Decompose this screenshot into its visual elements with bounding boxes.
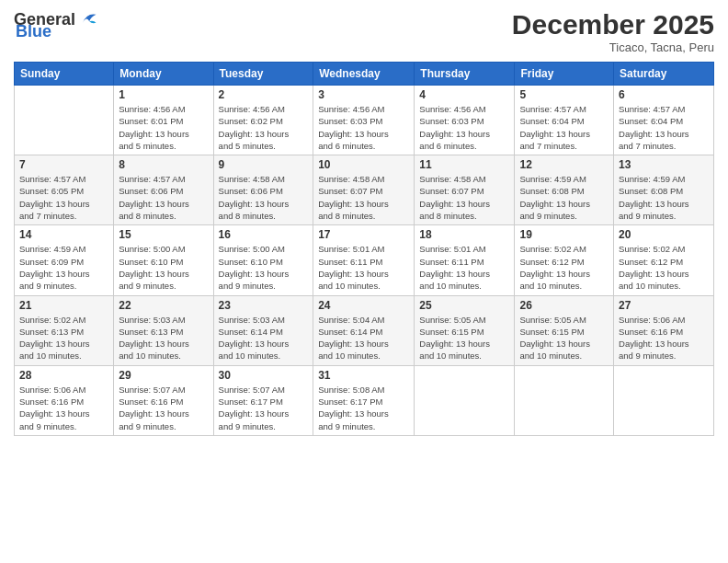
calendar-cell: 30Sunrise: 5:07 AM Sunset: 6:17 PM Dayli… xyxy=(213,365,313,435)
calendar-cell: 24Sunrise: 5:04 AM Sunset: 6:14 PM Dayli… xyxy=(313,295,415,365)
header: General Blue December 2025 Ticaco, Tacna… xyxy=(14,9,714,54)
day-number: 5 xyxy=(519,88,609,101)
day-number: 24 xyxy=(318,299,409,312)
calendar-cell: 9Sunrise: 4:58 AM Sunset: 6:06 PM Daylig… xyxy=(213,155,313,225)
day-info: Sunrise: 5:02 AM Sunset: 6:12 PM Dayligh… xyxy=(619,243,709,292)
day-info: Sunrise: 4:59 AM Sunset: 6:09 PM Dayligh… xyxy=(19,243,108,292)
calendar-cell: 31Sunrise: 5:08 AM Sunset: 6:17 PM Dayli… xyxy=(313,365,415,435)
day-info: Sunrise: 5:06 AM Sunset: 6:16 PM Dayligh… xyxy=(19,384,108,432)
calendar-cell: 21Sunrise: 5:02 AM Sunset: 6:13 PM Dayli… xyxy=(15,295,114,365)
day-info: Sunrise: 4:56 AM Sunset: 6:01 PM Dayligh… xyxy=(119,103,208,152)
day-info: Sunrise: 5:04 AM Sunset: 6:14 PM Dayligh… xyxy=(318,314,409,362)
calendar-cell: 15Sunrise: 5:00 AM Sunset: 6:10 PM Dayli… xyxy=(114,225,213,295)
day-number: 30 xyxy=(219,369,309,382)
day-number: 19 xyxy=(519,228,609,241)
calendar-cell: 11Sunrise: 4:58 AM Sunset: 6:07 PM Dayli… xyxy=(415,155,515,225)
day-info: Sunrise: 5:01 AM Sunset: 6:11 PM Dayligh… xyxy=(318,243,409,292)
calendar-cell: 13Sunrise: 4:59 AM Sunset: 6:08 PM Dayli… xyxy=(614,155,714,225)
weekday-header: Sunday xyxy=(15,63,114,86)
location: Ticaco, Tacna, Peru xyxy=(512,40,714,54)
calendar-week-row: 7Sunrise: 4:57 AM Sunset: 6:05 PM Daylig… xyxy=(15,155,714,225)
day-info: Sunrise: 4:57 AM Sunset: 6:04 PM Dayligh… xyxy=(519,103,609,152)
calendar-cell: 17Sunrise: 5:01 AM Sunset: 6:11 PM Dayli… xyxy=(313,225,415,295)
calendar-week-row: 1Sunrise: 4:56 AM Sunset: 6:01 PM Daylig… xyxy=(15,86,714,155)
day-info: Sunrise: 4:57 AM Sunset: 6:04 PM Dayligh… xyxy=(619,103,709,152)
logo: General Blue xyxy=(14,9,97,41)
day-number: 3 xyxy=(318,88,409,101)
calendar-cell xyxy=(15,86,114,155)
logo-bird-icon xyxy=(77,9,97,29)
day-number: 27 xyxy=(619,299,709,312)
day-number: 4 xyxy=(419,88,509,101)
weekday-header: Saturday xyxy=(614,63,714,86)
day-number: 6 xyxy=(619,88,709,101)
calendar-week-row: 14Sunrise: 4:59 AM Sunset: 6:09 PM Dayli… xyxy=(15,225,714,295)
calendar-cell: 29Sunrise: 5:07 AM Sunset: 6:16 PM Dayli… xyxy=(114,365,213,435)
day-number: 17 xyxy=(318,228,409,241)
calendar-week-row: 21Sunrise: 5:02 AM Sunset: 6:13 PM Dayli… xyxy=(15,295,714,365)
calendar-cell: 5Sunrise: 4:57 AM Sunset: 6:04 PM Daylig… xyxy=(515,86,614,155)
calendar-cell: 10Sunrise: 4:58 AM Sunset: 6:07 PM Dayli… xyxy=(313,155,415,225)
calendar-cell: 2Sunrise: 4:56 AM Sunset: 6:02 PM Daylig… xyxy=(213,86,313,155)
day-number: 16 xyxy=(219,228,309,241)
day-info: Sunrise: 4:59 AM Sunset: 6:08 PM Dayligh… xyxy=(519,173,609,222)
calendar-week-row: 28Sunrise: 5:06 AM Sunset: 6:16 PM Dayli… xyxy=(15,365,714,435)
day-number: 8 xyxy=(119,158,208,171)
calendar-cell: 25Sunrise: 5:05 AM Sunset: 6:15 PM Dayli… xyxy=(415,295,515,365)
day-number: 7 xyxy=(19,158,108,171)
weekday-header: Monday xyxy=(114,63,213,86)
calendar-cell: 27Sunrise: 5:06 AM Sunset: 6:16 PM Dayli… xyxy=(614,295,714,365)
weekday-header: Thursday xyxy=(415,63,515,86)
day-number: 13 xyxy=(619,158,709,171)
day-number: 31 xyxy=(318,369,409,382)
day-number: 12 xyxy=(519,158,609,171)
weekday-header: Wednesday xyxy=(313,63,415,86)
day-info: Sunrise: 5:00 AM Sunset: 6:10 PM Dayligh… xyxy=(119,243,208,292)
calendar-cell: 16Sunrise: 5:00 AM Sunset: 6:10 PM Dayli… xyxy=(213,225,313,295)
day-info: Sunrise: 5:05 AM Sunset: 6:15 PM Dayligh… xyxy=(419,314,509,362)
day-number: 28 xyxy=(19,369,108,382)
month-title: December 2025 xyxy=(512,9,714,40)
day-info: Sunrise: 4:59 AM Sunset: 6:08 PM Dayligh… xyxy=(619,173,709,222)
day-info: Sunrise: 5:03 AM Sunset: 6:14 PM Dayligh… xyxy=(219,314,309,362)
weekday-header: Tuesday xyxy=(213,63,313,86)
day-number: 14 xyxy=(19,228,108,241)
calendar-cell: 28Sunrise: 5:06 AM Sunset: 6:16 PM Dayli… xyxy=(15,365,114,435)
calendar-cell: 14Sunrise: 4:59 AM Sunset: 6:09 PM Dayli… xyxy=(15,225,114,295)
day-info: Sunrise: 5:06 AM Sunset: 6:16 PM Dayligh… xyxy=(619,314,709,362)
calendar-cell: 18Sunrise: 5:01 AM Sunset: 6:11 PM Dayli… xyxy=(415,225,515,295)
calendar-cell xyxy=(614,365,714,435)
day-info: Sunrise: 4:56 AM Sunset: 6:02 PM Dayligh… xyxy=(219,103,309,152)
calendar-cell: 8Sunrise: 4:57 AM Sunset: 6:06 PM Daylig… xyxy=(114,155,213,225)
day-number: 9 xyxy=(219,158,309,171)
day-info: Sunrise: 4:58 AM Sunset: 6:07 PM Dayligh… xyxy=(318,173,409,222)
weekday-header: Friday xyxy=(515,63,614,86)
calendar-cell xyxy=(515,365,614,435)
page: General Blue December 2025 Ticaco, Tacna… xyxy=(0,0,728,563)
day-number: 10 xyxy=(318,158,409,171)
day-number: 21 xyxy=(19,299,108,312)
day-info: Sunrise: 4:57 AM Sunset: 6:06 PM Dayligh… xyxy=(119,173,208,222)
day-number: 22 xyxy=(119,299,208,312)
logo-blue: Blue xyxy=(16,22,51,41)
day-number: 2 xyxy=(219,88,309,101)
calendar-cell xyxy=(415,365,515,435)
calendar-cell: 19Sunrise: 5:02 AM Sunset: 6:12 PM Dayli… xyxy=(515,225,614,295)
day-info: Sunrise: 5:08 AM Sunset: 6:17 PM Dayligh… xyxy=(318,384,409,432)
day-number: 15 xyxy=(119,228,208,241)
calendar-cell: 3Sunrise: 4:56 AM Sunset: 6:03 PM Daylig… xyxy=(313,86,415,155)
day-info: Sunrise: 5:00 AM Sunset: 6:10 PM Dayligh… xyxy=(219,243,309,292)
calendar-cell: 6Sunrise: 4:57 AM Sunset: 6:04 PM Daylig… xyxy=(614,86,714,155)
calendar-cell: 20Sunrise: 5:02 AM Sunset: 6:12 PM Dayli… xyxy=(614,225,714,295)
day-number: 29 xyxy=(119,369,208,382)
day-info: Sunrise: 5:07 AM Sunset: 6:17 PM Dayligh… xyxy=(219,384,309,432)
day-info: Sunrise: 4:56 AM Sunset: 6:03 PM Dayligh… xyxy=(419,103,509,152)
calendar-table: SundayMondayTuesdayWednesdayThursdayFrid… xyxy=(14,62,714,436)
day-info: Sunrise: 4:56 AM Sunset: 6:03 PM Dayligh… xyxy=(318,103,409,152)
calendar-cell: 26Sunrise: 5:05 AM Sunset: 6:15 PM Dayli… xyxy=(515,295,614,365)
calendar-cell: 12Sunrise: 4:59 AM Sunset: 6:08 PM Dayli… xyxy=(515,155,614,225)
day-info: Sunrise: 5:01 AM Sunset: 6:11 PM Dayligh… xyxy=(419,243,509,292)
calendar-cell: 22Sunrise: 5:03 AM Sunset: 6:13 PM Dayli… xyxy=(114,295,213,365)
day-info: Sunrise: 5:02 AM Sunset: 6:13 PM Dayligh… xyxy=(19,314,108,362)
calendar-header-row: SundayMondayTuesdayWednesdayThursdayFrid… xyxy=(15,63,714,86)
